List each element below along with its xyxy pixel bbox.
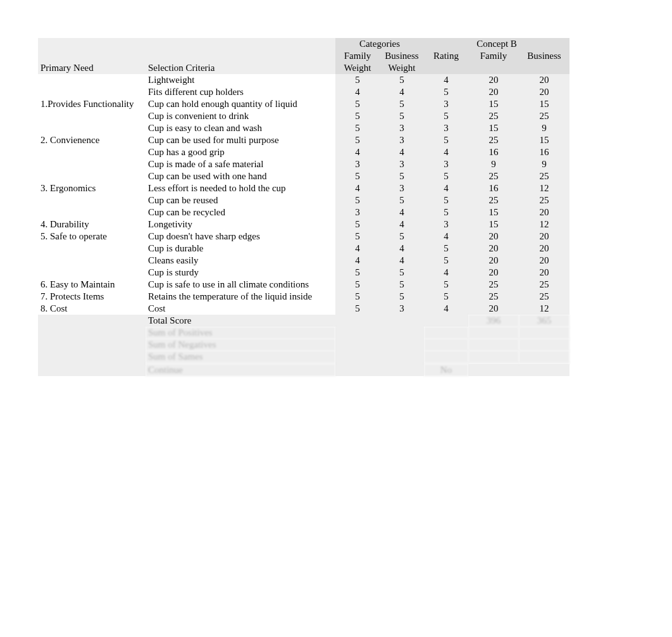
business-score-cell: 15 bbox=[519, 134, 569, 146]
rating-cell: 5 bbox=[424, 279, 468, 291]
primary-need-cell: 7. Protects Items bbox=[38, 291, 146, 303]
rating-cell: 4 bbox=[424, 182, 468, 194]
family-weight-cell: 5 bbox=[335, 98, 380, 110]
business-score-cell: 12 bbox=[519, 218, 569, 230]
criteria-cell: Retains the temperature of the liquid in… bbox=[146, 291, 335, 303]
criteria-cell: Cup is convenient to drink bbox=[146, 110, 335, 122]
business-weight-cell: 5 bbox=[380, 279, 424, 291]
rating-cell: 5 bbox=[424, 110, 468, 122]
business-weight-cell: 4 bbox=[380, 255, 424, 267]
table-row: Cleans easily4452020 bbox=[38, 255, 569, 267]
family-weight-header-2: Weight bbox=[335, 62, 380, 74]
rating-cell: 5 bbox=[424, 243, 468, 255]
continue-label: Continue bbox=[146, 364, 335, 376]
business-weight-cell: 3 bbox=[380, 303, 424, 315]
family-weight-cell: 5 bbox=[335, 279, 380, 291]
rating-cell: 5 bbox=[424, 194, 468, 206]
business-score-cell: 25 bbox=[519, 194, 569, 206]
scoring-table: Categories Concept B Family Business Rat… bbox=[38, 38, 569, 376]
business-weight-cell: 5 bbox=[380, 267, 424, 279]
business-score-cell: 12 bbox=[519, 303, 569, 315]
table-row: Cup has a good grip4441616 bbox=[38, 146, 569, 158]
rating-cell: 4 bbox=[424, 303, 468, 315]
primary-need-cell: 2. Convienence bbox=[38, 134, 146, 146]
primary-need-cell bbox=[38, 146, 146, 158]
table-row: Lightweight5542020 bbox=[38, 74, 569, 86]
primary-need-cell: 1.Provides Functionality bbox=[38, 98, 146, 110]
criteria-cell: Cup is safe to use in all climate condit… bbox=[146, 279, 335, 291]
criteria-cell: Fits different cup holders bbox=[146, 86, 335, 98]
sum-sames-label: Sum of Sames bbox=[146, 351, 335, 363]
family-score-cell: 25 bbox=[468, 170, 519, 182]
family-score-cell: 15 bbox=[468, 98, 519, 110]
primary-need-cell: 3. Ergonomics bbox=[38, 182, 146, 194]
business-weight-header-2: Weight bbox=[380, 62, 424, 74]
rating-cell: 3 bbox=[424, 122, 468, 134]
sum-negatives-label: Sum of Negatives bbox=[146, 339, 335, 351]
family-weight-header-1: Family bbox=[335, 50, 380, 62]
criteria-cell: Lightweight bbox=[146, 74, 335, 86]
scoring-matrix-sheet: Categories Concept B Family Business Rat… bbox=[0, 0, 672, 414]
header-row-1: Categories Concept B bbox=[38, 38, 569, 50]
family-score-cell: 16 bbox=[468, 146, 519, 158]
criteria-cell: Cup doesn't have sharp edges bbox=[146, 230, 335, 243]
table-row: 4. DurabilityLongetivity5431512 bbox=[38, 218, 569, 230]
business-weight-cell: 4 bbox=[380, 206, 424, 218]
categories-header: Categories bbox=[335, 38, 424, 50]
business-weight-cell: 3 bbox=[380, 158, 424, 170]
criteria-cell: Cleans easily bbox=[146, 255, 335, 267]
primary-need-cell: 4. Durability bbox=[38, 218, 146, 230]
business-score-cell: 25 bbox=[519, 110, 569, 122]
table-row: Cup is convenient to drink5552525 bbox=[38, 110, 569, 122]
table-row: 5. Safe to operateCup doesn't have sharp… bbox=[38, 230, 569, 243]
business-score-cell: 20 bbox=[519, 243, 569, 255]
primary-need-cell bbox=[38, 158, 146, 170]
family-weight-cell: 5 bbox=[335, 230, 380, 243]
family-score-cell: 25 bbox=[468, 110, 519, 122]
rating-cell: 3 bbox=[424, 98, 468, 110]
family-score-cell: 20 bbox=[468, 74, 519, 86]
business-weight-cell: 4 bbox=[380, 86, 424, 98]
family-score-cell: 9 bbox=[468, 158, 519, 170]
criteria-cell: Less effort is needed to hold the cup bbox=[146, 182, 335, 194]
business-score-cell: 20 bbox=[519, 86, 569, 98]
criteria-cell: Cup can be used with one hand bbox=[146, 170, 335, 182]
family-score-cell: 20 bbox=[468, 255, 519, 267]
total-score-label: Total Score bbox=[146, 315, 335, 327]
rating-cell: 4 bbox=[424, 267, 468, 279]
primary-need-cell bbox=[38, 255, 146, 267]
table-row: 8. CostCost5342012 bbox=[38, 303, 569, 315]
family-score-cell: 20 bbox=[468, 267, 519, 279]
business-weight-cell: 5 bbox=[380, 230, 424, 243]
rating-cell: 5 bbox=[424, 255, 468, 267]
family-score-cell: 20 bbox=[468, 243, 519, 255]
criteria-cell: Cup can be reused bbox=[146, 194, 335, 206]
family-score-cell: 25 bbox=[468, 279, 519, 291]
business-weight-cell: 4 bbox=[380, 243, 424, 255]
primary-need-cell bbox=[38, 206, 146, 218]
business-weight-cell: 3 bbox=[380, 122, 424, 134]
concept-header: Concept B bbox=[424, 38, 569, 50]
criteria-cell: Cup can hold enough quantity of liquid bbox=[146, 98, 335, 110]
family-weight-cell: 4 bbox=[335, 146, 380, 158]
family-weight-cell: 5 bbox=[335, 134, 380, 146]
family-score-cell: 20 bbox=[468, 86, 519, 98]
header-row-2: Family Business Rating Family Business bbox=[38, 50, 569, 62]
rating-cell: 4 bbox=[424, 74, 468, 86]
table-row: 6. Easy to MaintainCup is safe to use in… bbox=[38, 279, 569, 291]
business-weight-cell: 5 bbox=[380, 170, 424, 182]
business-weight-cell: 3 bbox=[380, 182, 424, 194]
family-weight-cell: 5 bbox=[335, 110, 380, 122]
business-score-cell: 16 bbox=[519, 146, 569, 158]
footer-row-3: Sum of Sames bbox=[38, 351, 569, 363]
business-score-cell: 20 bbox=[519, 255, 569, 267]
table-row: Cup is easy to clean and wash533159 bbox=[38, 122, 569, 134]
total-business: 365 bbox=[519, 315, 569, 327]
business-header: Business bbox=[519, 50, 569, 62]
rating-cell: 5 bbox=[424, 206, 468, 218]
business-score-cell: 25 bbox=[519, 170, 569, 182]
primary-need-cell bbox=[38, 170, 146, 182]
family-weight-cell: 3 bbox=[335, 158, 380, 170]
primary-need-cell bbox=[38, 74, 146, 86]
primary-need-cell bbox=[38, 122, 146, 134]
